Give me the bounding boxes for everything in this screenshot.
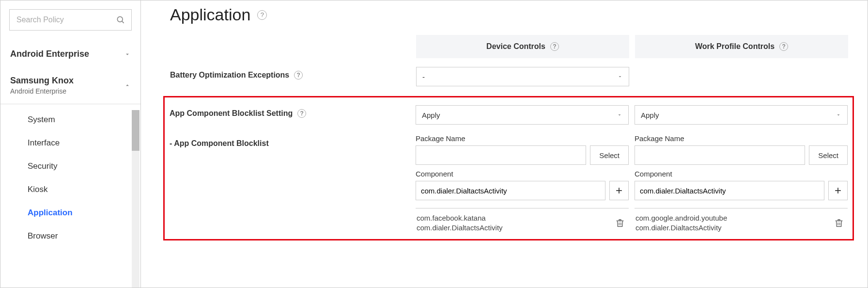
setting-label-battery: Battery Optimization Exceptions ? xyxy=(170,67,410,80)
svg-line-1 xyxy=(122,21,124,23)
setting-label-blocklist-setting: App Component Blocklist Setting ? xyxy=(170,105,410,118)
sidebar-item-browser[interactable]: Browser xyxy=(9,224,140,248)
add-component-button-device[interactable]: + xyxy=(609,181,629,200)
setting-label-blocklist: - App Component Blocklist xyxy=(170,134,410,148)
help-icon[interactable]: ? xyxy=(257,10,267,20)
component-input-work[interactable] xyxy=(635,181,824,200)
nav-section-label: Android Enterprise xyxy=(10,49,89,59)
help-icon[interactable]: ? xyxy=(779,42,788,51)
package-input-work[interactable] xyxy=(635,145,805,165)
column-header-device-label: Device Controls xyxy=(486,42,545,51)
blocklist-entry-device: com.facebook.katana com.dialer.Dialtacts… xyxy=(416,212,629,234)
page-title: Application xyxy=(170,5,250,24)
delete-entry-button-device[interactable] xyxy=(611,214,629,232)
chevron-down-icon xyxy=(124,51,131,58)
divider xyxy=(416,208,629,208)
column-header-work: Work Profile Controls ? xyxy=(635,35,848,58)
help-icon[interactable]: ? xyxy=(297,109,306,118)
package-input-device[interactable] xyxy=(416,145,586,165)
field-label-component: Component xyxy=(416,170,629,178)
component-input-device[interactable] xyxy=(416,181,605,200)
scrollbar-thumb[interactable] xyxy=(132,110,140,151)
highlight-box: App Component Blocklist Setting ? Apply … xyxy=(163,96,854,240)
search-input[interactable] xyxy=(16,15,116,25)
list-line: com.dialer.DialtactsActivity xyxy=(417,223,606,233)
select-package-button-work[interactable]: Select xyxy=(809,145,848,165)
list-line: com.facebook.katana xyxy=(417,213,606,223)
chevron-up-icon xyxy=(124,82,131,89)
list-line: com.dialer.DialtactsActivity xyxy=(636,223,825,233)
trash-icon xyxy=(615,218,625,228)
sidebar-item-interface[interactable]: Interface xyxy=(9,131,140,155)
search-icon xyxy=(116,15,125,25)
list-line: com.google.android.youtube xyxy=(636,213,825,223)
chevron-down-icon xyxy=(617,74,623,80)
field-label-package: Package Name xyxy=(635,134,848,143)
sidebar-item-security[interactable]: Security xyxy=(9,155,140,178)
sidebar-item-application[interactable]: Application xyxy=(9,201,140,224)
column-header-work-label: Work Profile Controls xyxy=(695,42,775,51)
main: Application ? Device Controls ? Work Pro… xyxy=(141,0,868,288)
field-label-component: Component xyxy=(635,170,848,178)
help-icon[interactable]: ? xyxy=(550,42,559,51)
blocklist-entry-work: com.google.android.youtube com.dialer.Di… xyxy=(635,212,848,234)
sidebar-item-kiosk[interactable]: Kiosk xyxy=(9,178,140,201)
select-battery-device[interactable]: - xyxy=(416,67,629,86)
nav-items: System Interface Security Kiosk Applicat… xyxy=(9,108,140,288)
plus-icon: + xyxy=(616,185,622,196)
nav-section-samsung-knox[interactable]: Samsung Knox Android Enterprise xyxy=(9,74,132,95)
trash-icon xyxy=(834,218,844,228)
search-box[interactable] xyxy=(9,9,132,31)
chevron-down-icon xyxy=(617,112,622,118)
plus-icon: + xyxy=(835,185,841,196)
divider xyxy=(0,104,140,104)
svg-point-0 xyxy=(117,16,123,22)
select-package-button-device[interactable]: Select xyxy=(590,145,629,165)
nav-group-title: Samsung Knox xyxy=(10,76,74,86)
nav-section-android-enterprise[interactable]: Android Enterprise xyxy=(9,44,132,64)
chevron-down-icon xyxy=(836,112,841,118)
help-icon[interactable]: ? xyxy=(294,71,303,80)
select-blocklist-work[interactable]: Apply xyxy=(635,105,848,125)
nav-group-subtitle: Android Enterprise xyxy=(10,87,74,95)
sidebar: Android Enterprise Samsung Knox Android … xyxy=(0,0,141,288)
sidebar-item-system[interactable]: System xyxy=(9,108,140,131)
delete-entry-button-work[interactable] xyxy=(830,214,848,232)
column-header-device: Device Controls ? xyxy=(416,35,629,58)
field-label-package: Package Name xyxy=(416,134,629,143)
divider xyxy=(635,208,848,208)
select-blocklist-device[interactable]: Apply xyxy=(416,105,629,125)
add-component-button-work[interactable]: + xyxy=(828,181,848,200)
